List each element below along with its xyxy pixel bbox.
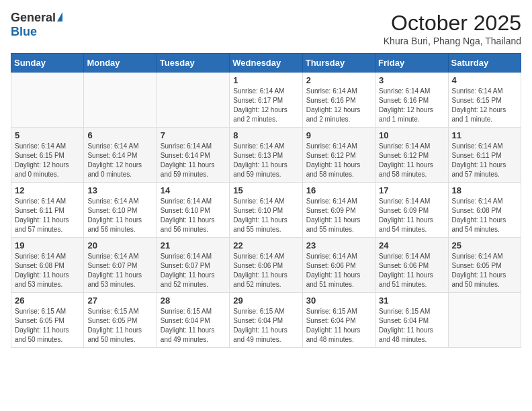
cell-content: Sunrise: 6:14 AM Sunset: 6:06 PM Dayligh…	[379, 252, 444, 289]
weekday-header-sunday: Sunday	[11, 54, 84, 73]
day-number: 30	[306, 295, 371, 306]
cell-content: Sunrise: 6:15 AM Sunset: 6:05 PM Dayligh…	[87, 307, 152, 345]
day-number: 12	[15, 185, 80, 195]
month-title: October 2025	[384, 11, 521, 36]
day-number: 31	[379, 295, 444, 306]
calendar-cell: 22Sunrise: 6:14 AM Sunset: 6:06 PM Dayli…	[230, 238, 302, 293]
day-number: 10	[379, 130, 444, 140]
day-number: 16	[306, 185, 371, 195]
calendar-cell: 23Sunrise: 6:14 AM Sunset: 6:06 PM Dayli…	[302, 238, 375, 293]
calendar-cell: 21Sunrise: 6:14 AM Sunset: 6:07 PM Dayli…	[157, 238, 229, 293]
weekday-header-thursday: Thursday	[302, 54, 375, 73]
day-number: 20	[87, 240, 152, 250]
cell-content: Sunrise: 6:14 AM Sunset: 6:11 PM Dayligh…	[452, 142, 517, 179]
cell-content: Sunrise: 6:14 AM Sunset: 6:12 PM Dayligh…	[379, 142, 444, 179]
cell-content: Sunrise: 6:14 AM Sunset: 6:16 PM Dayligh…	[306, 87, 371, 124]
day-number: 3	[379, 75, 444, 85]
cell-content: Sunrise: 6:14 AM Sunset: 6:10 PM Dayligh…	[87, 197, 152, 234]
weekday-header-saturday: Saturday	[448, 54, 521, 73]
day-number: 15	[233, 185, 298, 195]
calendar-cell: 18Sunrise: 6:14 AM Sunset: 6:08 PM Dayli…	[448, 183, 521, 238]
calendar-cell: 17Sunrise: 6:14 AM Sunset: 6:09 PM Dayli…	[375, 183, 448, 238]
cell-content: Sunrise: 6:14 AM Sunset: 6:08 PM Dayligh…	[15, 252, 80, 289]
day-number: 5	[15, 130, 80, 140]
calendar-cell	[157, 73, 229, 128]
calendar-cell: 31Sunrise: 6:15 AM Sunset: 6:04 PM Dayli…	[375, 293, 448, 348]
day-number: 22	[233, 240, 298, 250]
cell-content: Sunrise: 6:14 AM Sunset: 6:13 PM Dayligh…	[233, 142, 298, 179]
cell-content: Sunrise: 6:14 AM Sunset: 6:15 PM Dayligh…	[15, 142, 80, 179]
logo: General Blue	[11, 11, 62, 39]
cell-content: Sunrise: 6:14 AM Sunset: 6:14 PM Dayligh…	[87, 142, 152, 179]
weekday-header-wednesday: Wednesday	[230, 54, 302, 73]
cell-content: Sunrise: 6:14 AM Sunset: 6:15 PM Dayligh…	[452, 87, 517, 124]
logo-general-text: General	[11, 11, 56, 25]
day-number: 27	[87, 295, 152, 306]
day-number: 23	[306, 240, 371, 250]
cell-content: Sunrise: 6:14 AM Sunset: 6:07 PM Dayligh…	[161, 252, 226, 289]
cell-content: Sunrise: 6:14 AM Sunset: 6:07 PM Dayligh…	[87, 252, 152, 289]
weekday-header-tuesday: Tuesday	[157, 54, 229, 73]
cell-content: Sunrise: 6:14 AM Sunset: 6:06 PM Dayligh…	[233, 252, 298, 289]
cell-content: Sunrise: 6:14 AM Sunset: 6:09 PM Dayligh…	[306, 197, 371, 234]
calendar-week-row: 12Sunrise: 6:14 AM Sunset: 6:11 PM Dayli…	[11, 183, 521, 238]
calendar-cell: 2Sunrise: 6:14 AM Sunset: 6:16 PM Daylig…	[302, 73, 375, 128]
calendar-cell: 19Sunrise: 6:14 AM Sunset: 6:08 PM Dayli…	[11, 238, 84, 293]
cell-content: Sunrise: 6:14 AM Sunset: 6:11 PM Dayligh…	[15, 197, 80, 234]
cell-content: Sunrise: 6:15 AM Sunset: 6:05 PM Dayligh…	[15, 307, 80, 345]
cell-content: Sunrise: 6:14 AM Sunset: 6:10 PM Dayligh…	[233, 197, 298, 234]
page-header: General Blue October 2025 Khura Buri, Ph…	[11, 11, 521, 46]
day-number: 28	[161, 295, 226, 306]
day-number: 2	[306, 75, 371, 85]
day-number: 13	[87, 185, 152, 195]
cell-content: Sunrise: 6:15 AM Sunset: 6:04 PM Dayligh…	[379, 307, 444, 345]
calendar-week-row: 1Sunrise: 6:14 AM Sunset: 6:17 PM Daylig…	[11, 73, 521, 128]
calendar-cell: 7Sunrise: 6:14 AM Sunset: 6:14 PM Daylig…	[157, 128, 229, 183]
calendar-cell	[84, 73, 157, 128]
calendar-cell: 1Sunrise: 6:14 AM Sunset: 6:17 PM Daylig…	[230, 73, 302, 128]
cell-content: Sunrise: 6:14 AM Sunset: 6:12 PM Dayligh…	[306, 142, 371, 179]
calendar-cell: 24Sunrise: 6:14 AM Sunset: 6:06 PM Dayli…	[375, 238, 448, 293]
day-number: 14	[161, 185, 226, 195]
calendar-cell: 6Sunrise: 6:14 AM Sunset: 6:14 PM Daylig…	[84, 128, 157, 183]
day-number: 18	[452, 185, 517, 195]
cell-content: Sunrise: 6:14 AM Sunset: 6:10 PM Dayligh…	[161, 197, 226, 234]
calendar-cell: 25Sunrise: 6:14 AM Sunset: 6:05 PM Dayli…	[448, 238, 521, 293]
day-number: 17	[379, 185, 444, 195]
cell-content: Sunrise: 6:14 AM Sunset: 6:16 PM Dayligh…	[379, 87, 444, 124]
calendar-week-row: 26Sunrise: 6:15 AM Sunset: 6:05 PM Dayli…	[11, 293, 521, 348]
weekday-header-row: SundayMondayTuesdayWednesdayThursdayFrid…	[11, 54, 521, 73]
day-number: 24	[379, 240, 444, 250]
calendar-cell: 13Sunrise: 6:14 AM Sunset: 6:10 PM Dayli…	[84, 183, 157, 238]
location-title: Khura Buri, Phang Nga, Thailand	[384, 36, 521, 46]
cell-content: Sunrise: 6:15 AM Sunset: 6:04 PM Dayligh…	[306, 307, 371, 345]
day-number: 19	[15, 240, 80, 250]
calendar-cell: 16Sunrise: 6:14 AM Sunset: 6:09 PM Dayli…	[302, 183, 375, 238]
cell-content: Sunrise: 6:14 AM Sunset: 6:17 PM Dayligh…	[233, 87, 298, 124]
day-number: 4	[452, 75, 517, 85]
day-number: 21	[161, 240, 226, 250]
day-number: 29	[233, 295, 298, 306]
calendar-cell: 27Sunrise: 6:15 AM Sunset: 6:05 PM Dayli…	[84, 293, 157, 348]
calendar-cell: 10Sunrise: 6:14 AM Sunset: 6:12 PM Dayli…	[375, 128, 448, 183]
day-number: 11	[452, 130, 517, 140]
weekday-header-friday: Friday	[375, 54, 448, 73]
calendar-cell: 20Sunrise: 6:14 AM Sunset: 6:07 PM Dayli…	[84, 238, 157, 293]
calendar-cell: 14Sunrise: 6:14 AM Sunset: 6:10 PM Dayli…	[157, 183, 229, 238]
calendar-cell: 15Sunrise: 6:14 AM Sunset: 6:10 PM Dayli…	[230, 183, 302, 238]
day-number: 7	[161, 130, 226, 140]
day-number: 8	[233, 130, 298, 140]
cell-content: Sunrise: 6:14 AM Sunset: 6:14 PM Dayligh…	[161, 142, 226, 179]
calendar-cell	[11, 73, 84, 128]
day-number: 6	[87, 130, 152, 140]
cell-content: Sunrise: 6:14 AM Sunset: 6:09 PM Dayligh…	[379, 197, 444, 234]
calendar-cell: 28Sunrise: 6:15 AM Sunset: 6:04 PM Dayli…	[157, 293, 229, 348]
cell-content: Sunrise: 6:14 AM Sunset: 6:06 PM Dayligh…	[306, 252, 371, 289]
calendar-cell	[448, 293, 521, 348]
calendar-cell: 30Sunrise: 6:15 AM Sunset: 6:04 PM Dayli…	[302, 293, 375, 348]
calendar-cell: 8Sunrise: 6:14 AM Sunset: 6:13 PM Daylig…	[230, 128, 302, 183]
logo-blue-text: Blue	[11, 25, 37, 39]
calendar-week-row: 5Sunrise: 6:14 AM Sunset: 6:15 PM Daylig…	[11, 128, 521, 183]
calendar-cell: 12Sunrise: 6:14 AM Sunset: 6:11 PM Dayli…	[11, 183, 84, 238]
calendar-cell: 11Sunrise: 6:14 AM Sunset: 6:11 PM Dayli…	[448, 128, 521, 183]
